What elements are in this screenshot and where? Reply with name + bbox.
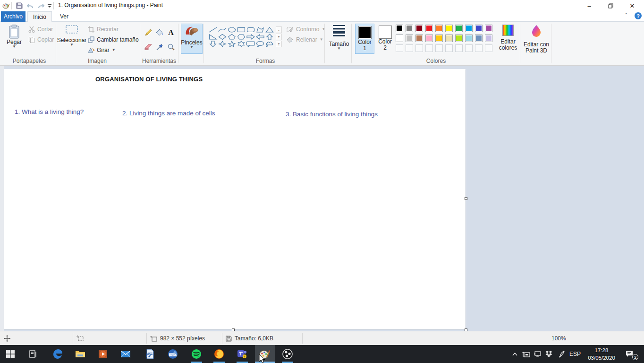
empty-color-slot[interactable] [396, 44, 403, 52]
empty-color-slot[interactable] [455, 44, 463, 52]
curve-shape[interactable] [218, 26, 227, 33]
color-swatch[interactable] [445, 25, 453, 32]
color-swatch[interactable] [465, 25, 473, 32]
edit-with-paint3d-button[interactable]: Editar con Paint 3D [522, 25, 551, 62]
magnifier-tool[interactable] [166, 42, 176, 52]
star-5-shape[interactable] [227, 40, 237, 47]
close-button[interactable]: ✕ [625, 0, 639, 11]
arrow-left-shape[interactable] [255, 33, 265, 40]
color-swatch[interactable] [465, 35, 473, 42]
star-6-shape[interactable] [237, 40, 246, 47]
tab-archivo[interactable]: Archivo [1, 11, 25, 22]
callout-round-shape[interactable] [246, 40, 255, 47]
text-tool[interactable]: A [166, 27, 176, 38]
color-swatch[interactable] [485, 35, 492, 42]
edge-icon[interactable] [47, 345, 68, 363]
color-swatch[interactable] [406, 25, 413, 32]
empty-color-slot[interactable] [485, 44, 492, 52]
restore-button[interactable] [603, 0, 618, 11]
color-swatch[interactable] [475, 25, 483, 32]
firefox-icon[interactable] [209, 345, 229, 363]
empty-color-slot[interactable] [415, 44, 423, 52]
color2-button[interactable]: Color 2 [375, 24, 395, 54]
tray-dropbox-icon[interactable] [543, 345, 554, 363]
word-document-icon[interactable] [140, 345, 161, 363]
color-swatch[interactable] [415, 25, 423, 32]
task-view-button[interactable] [23, 345, 43, 363]
collapse-ribbon-icon[interactable]: ⌃ [624, 12, 628, 17]
size-button[interactable]: Tamaño ▼ [328, 25, 350, 55]
color-swatch[interactable] [396, 35, 403, 42]
drawing-canvas[interactable]: ORGANISATION OF LIVING THINGS 1. What is… [4, 69, 466, 329]
crop-button[interactable]: Recortar [88, 26, 119, 33]
hexagon-shape[interactable] [237, 33, 246, 40]
copy-button[interactable]: Copiar [28, 36, 54, 43]
rotate-button[interactable]: Girar ▼ [88, 47, 116, 53]
empty-color-slot[interactable] [445, 44, 453, 52]
rounded-rectangle-shape[interactable] [246, 26, 255, 33]
clock[interactable]: 17:28 03/05/2020 [587, 346, 616, 362]
color-swatch[interactable] [475, 35, 483, 42]
color-swatch[interactable] [485, 25, 492, 32]
tab-inicio[interactable]: Inicio [27, 11, 52, 22]
arrow-down-shape[interactable] [208, 40, 218, 47]
minimize-button[interactable]: – [582, 0, 596, 11]
tray-network-icon[interactable] [532, 345, 542, 363]
rectangle-shape[interactable] [237, 26, 246, 33]
diamond-shape[interactable] [218, 33, 227, 40]
color-swatch[interactable] [406, 35, 413, 42]
ellipse-shape[interactable] [227, 26, 237, 33]
mail-icon[interactable] [115, 345, 136, 363]
arrow-up-shape[interactable] [265, 33, 274, 40]
customize-qat-icon[interactable] [45, 1, 54, 10]
callout-oval-shape[interactable] [255, 40, 265, 47]
polygon-shape[interactable] [255, 26, 265, 33]
spotify-icon[interactable] [186, 345, 207, 363]
eyedropper-tool[interactable] [154, 42, 165, 52]
start-button[interactable] [0, 345, 21, 363]
color1-button[interactable]: Color 1 [355, 24, 374, 54]
color-swatch[interactable] [415, 35, 423, 42]
empty-color-slot[interactable] [406, 44, 413, 52]
save-icon[interactable] [15, 1, 24, 10]
color-swatch[interactable] [396, 25, 403, 32]
undo-icon[interactable] [26, 1, 34, 10]
resize-button[interactable]: Cambiar tamaño [88, 36, 139, 43]
select-button[interactable]: Seleccionar ▼ [59, 25, 85, 56]
color-swatch[interactable] [435, 35, 443, 42]
eraser-tool[interactable] [143, 42, 153, 52]
redo-icon[interactable] [36, 1, 45, 10]
notification-center-button[interactable]: 2 [621, 345, 638, 363]
color-swatch[interactable] [455, 25, 463, 32]
file-explorer-icon[interactable] [70, 345, 91, 363]
thunderbird-icon[interactable] [162, 345, 183, 363]
shapes-scroll-up-icon[interactable]: ▪ [276, 26, 282, 33]
color-swatch[interactable] [435, 25, 443, 32]
empty-color-slot[interactable] [425, 44, 433, 52]
paste-button[interactable]: Pegar ▼ [5, 25, 24, 56]
edit-colors-button[interactable]: Editar colores [497, 25, 519, 60]
fill-tool[interactable] [154, 27, 165, 38]
color-swatch[interactable] [445, 35, 453, 42]
pentagon-shape[interactable] [227, 33, 237, 40]
tray-ink-pen-icon[interactable] [556, 345, 567, 363]
empty-color-slot[interactable] [465, 44, 473, 52]
star-4-shape[interactable] [218, 40, 227, 47]
teams-icon[interactable] [232, 345, 253, 363]
tray-chevron-icon[interactable] [510, 345, 519, 363]
movies-tv-icon[interactable] [93, 345, 113, 363]
empty-color-slot[interactable] [475, 44, 483, 52]
cut-button[interactable]: Cortar [28, 26, 53, 33]
color-swatch[interactable] [425, 35, 433, 42]
fill-shape-button[interactable]: Rellenar ▼ [287, 36, 323, 43]
language-indicator[interactable]: ESP [569, 345, 581, 363]
arrow-right-shape[interactable] [246, 33, 255, 40]
help-icon[interactable]: ? [635, 12, 642, 19]
line-shape[interactable] [208, 26, 218, 33]
canvas-resize-handle-right[interactable] [465, 197, 467, 200]
tab-ver[interactable]: Ver [54, 11, 75, 22]
shapes-scroll-down-icon[interactable]: ▾ [276, 34, 282, 40]
pencil-tool[interactable] [143, 27, 153, 38]
brushes-button[interactable]: Pinceles ▼ [181, 24, 203, 54]
callout-cloud-shape[interactable] [265, 40, 274, 47]
